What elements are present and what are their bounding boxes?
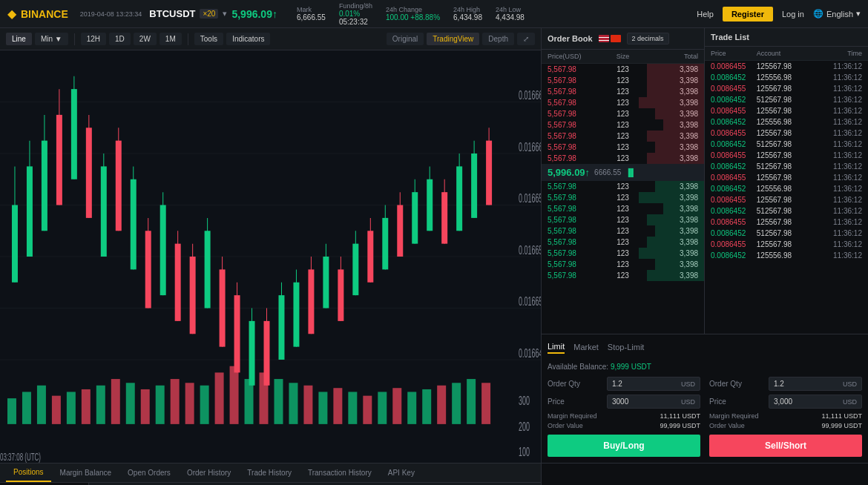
trade-time: 11:36:12 [826,151,862,159]
trade-row: 0.0086455 125567.98 11:36:12 [705,105,868,116]
bid-row[interactable]: 5,567.98 123 3,398 [542,214,704,225]
ask-row[interactable]: 5,567.98 123 3,398 [542,142,704,153]
line-button[interactable]: Line [6,33,32,45]
ask-price: 5,567.98 [548,154,598,162]
ask-row[interactable]: 5,567.98 123 3,398 [542,131,704,142]
sell-price-input[interactable]: 3,000 USD [769,395,862,409]
bid-row[interactable]: 5,567.98 123 3,398 [542,181,704,192]
svg-rect-106 [348,392,357,423]
market-tab[interactable]: Market [573,340,599,354]
1m-button[interactable]: 1M [160,33,182,45]
trade-history-tab[interactable]: Trade History [240,463,299,482]
bottom-panel: Positions Margin Balance Open Orders Ord… [0,463,868,485]
ask-row[interactable]: 5,567.98 123 3,398 [542,75,704,86]
help-button[interactable]: Help [697,10,714,19]
bid-size: 123 [598,205,648,213]
svg-rect-87 [67,392,76,423]
12h-button[interactable]: 12H [81,33,106,45]
register-button[interactable]: Register [723,7,773,22]
buy-price-input[interactable]: 3000 USD [607,395,700,409]
bid-price: 5,567.98 [548,227,598,235]
candlestick-chart[interactable]: 0.01666300 0.01666100 0.01665900 0.01665… [0,50,541,463]
buy-qty-currency: USD [681,380,695,388]
binance-logo-icon: ◆ [7,7,16,21]
open-orders-tab[interactable]: Open Orders [120,463,178,482]
svg-rect-20 [27,166,33,257]
trading-pair[interactable]: BTCUSDT ×20 ▾ 5,996.09↑ [149,8,277,20]
trade-price: 0.0086452 [711,118,757,126]
trade-price: 0.0086452 [711,185,757,193]
tradingview-button[interactable]: TradingView [427,33,479,45]
chart-toolbar: Line Min ▼ 12H 1D 2W 1M Tools Indicators… [0,28,541,50]
ask-size: 123 [598,65,648,73]
svg-rect-46 [220,269,226,346]
original-view-button[interactable]: Original [387,33,424,45]
stat-funding-value: 0.01% [339,10,372,18]
svg-text:0.01665600: 0.01665600 [519,243,541,257]
sell-orderval-label: Order Value [709,422,745,429]
bid-size: 123 [598,260,648,268]
sell-price-value: 3,000 [774,397,792,406]
ask-row[interactable]: 5,567.98 123 3,398 [542,86,704,97]
sell-form: Order Qty 1.2 USD Price 3,000 USD [709,377,862,457]
buy-qty-input[interactable]: 1.2 USD [607,377,700,391]
bid-row[interactable]: 5,567.98 123 3,398 [542,203,704,214]
trade-account: 125567.98 [757,218,826,226]
bid-price: 5,567.98 [548,216,598,224]
trade-time: 11:36:12 [826,107,862,115]
depth-button[interactable]: Depth [482,33,514,45]
sell-qty-input[interactable]: 1.2 USD [769,377,862,391]
ask-row[interactable]: 5,567.98 123 3,398 [542,153,704,164]
buy-button[interactable]: Buy/Long [548,435,700,457]
bid-row[interactable]: 5,567.98 123 3,398 [542,259,704,270]
bid-row[interactable]: 5,567.98 123 3,398 [542,192,704,203]
1d-button[interactable]: 1D [109,33,131,45]
bid-row[interactable]: 5,567.98 123 3,398 [542,270,704,281]
positions-section: Positions Margin Balance Open Orders Ord… [0,463,542,485]
bid-row[interactable]: 5,567.98 123 3,398 [542,225,704,237]
tools-button[interactable]: Tools [194,33,223,45]
positions-tab[interactable]: Positions [6,463,51,482]
pair-dropdown-icon[interactable]: ▾ [223,9,227,19]
trade-account: 125567.98 [757,85,826,93]
header-stats: Mark 6,666.55 Funding/8h 0.01% 05:23:32 … [297,2,525,26]
sell-button[interactable]: Sell/Short [709,435,862,457]
ask-row[interactable]: 5,567.98 123 3,398 [542,64,704,75]
trade-price: 0.0086455 [711,240,757,248]
stoplimit-tab[interactable]: Stop-Limit [608,340,645,354]
orderbook: Order Book 2 decimals Price(USD) Size To… [542,28,705,334]
min-button[interactable]: Min ▼ [35,33,68,45]
svg-rect-110 [407,392,416,423]
expand-button[interactable]: ⤢ [517,33,535,45]
transaction-history-tab[interactable]: Transaction History [300,463,379,482]
login-button[interactable]: Log in [782,10,804,19]
2w-button[interactable]: 2W [134,33,157,45]
balance-value: 9,999 USDT [611,363,651,371]
decimals-button[interactable]: 2 decimals [627,33,669,44]
svg-rect-56 [293,283,299,347]
margin-balance-tab[interactable]: Margin Balance [53,463,119,482]
api-key-tab[interactable]: API Key [381,463,422,482]
ask-row[interactable]: 5,567.98 123 3,398 [542,119,704,131]
language-button[interactable]: 🌐 English ▾ [813,9,861,19]
mid-mark: 6666.55 [594,168,621,176]
trade-price: 0.0086452 [711,162,757,171]
trade-account: 125567.98 [757,151,826,159]
svg-rect-83 [7,398,16,424]
bid-row[interactable]: 5,567.98 123 3,398 [542,248,704,259]
toolbar-separator-2 [188,33,188,45]
limit-tab[interactable]: Limit [548,340,565,354]
order-history-tab[interactable]: Order History [180,463,238,482]
tradelist-title: Trade List [711,33,749,42]
ask-row[interactable]: 5,567.98 123 3,398 [542,97,704,108]
ask-row[interactable]: 5,567.98 123 3,398 [542,108,704,119]
trade-time: 11:36:12 [826,118,862,126]
order-forms: Order Qty 1.2 USD Price 3000 USD [548,377,862,457]
trade-row: 0.0086455 125567.98 11:36:12 [705,217,868,228]
indicators-button[interactable]: Indicators [226,33,270,45]
svg-text:03:37:08 (UTC): 03:37:08 (UTC) [0,451,41,462]
bid-row[interactable]: 5,567.98 123 3,398 [542,237,704,248]
trade-row: 0.0086452 125556.98 11:36:12 [705,116,868,128]
ask-price: 5,567.98 [548,110,598,118]
svg-rect-40 [175,244,181,321]
